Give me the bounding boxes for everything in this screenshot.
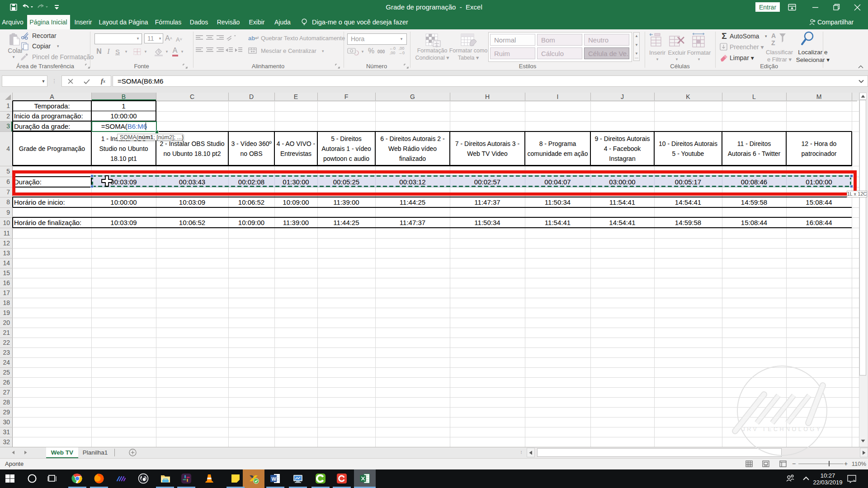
svg-text:W: W [272, 476, 277, 482]
svg-text:A: A [771, 32, 776, 39]
svg-text:Z: Z [771, 39, 775, 47]
svg-text:JRV TECHNOLOGY: JRV TECHNOLOGY [742, 426, 822, 432]
